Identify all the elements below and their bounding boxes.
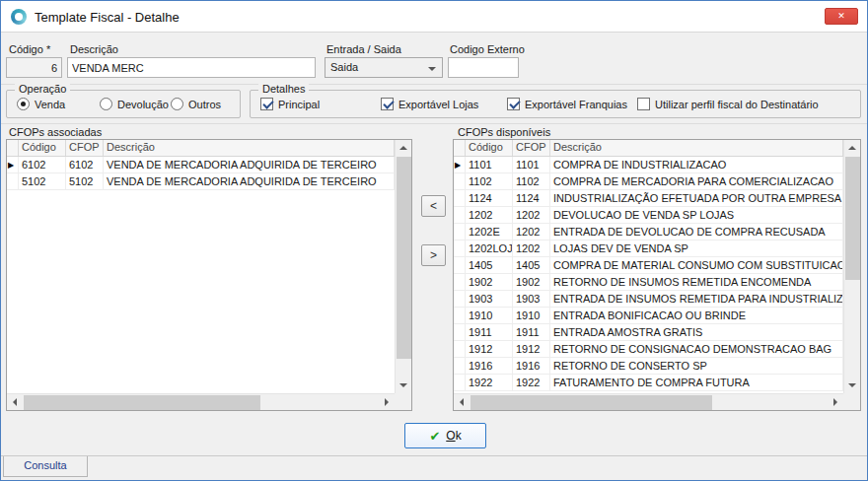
cell-cfop: 6102 xyxy=(66,157,104,172)
table-row[interactable]: 19121912RETORNO DE CONSIGNACAO DEMONSTRA… xyxy=(454,341,843,358)
vertical-scrollbar[interactable] xyxy=(843,140,860,393)
disponiveis-caption: CFOPs disponíveis xyxy=(458,126,550,138)
scroll-thumb[interactable] xyxy=(845,157,860,280)
scroll-thumb[interactable] xyxy=(470,395,712,410)
cell-cfop: 1912 xyxy=(513,341,550,357)
row-selector-cell xyxy=(454,308,466,323)
cell-descricao: RETORNO DE CONSIGNACAO DEMONSTRACAO BAG xyxy=(550,341,843,357)
horizontal-scrollbar[interactable] xyxy=(7,393,395,410)
table-row[interactable]: 14051405COMPRA DE MATERIAL CONSUMO COM S… xyxy=(454,257,843,274)
table-row[interactable]: ▶61026102VENDA DE MERCADORIA ADQUIRIDA D… xyxy=(7,157,395,173)
table-row[interactable]: 19021902RETORNO DE INSUMOS REMETIDA ENCO… xyxy=(454,274,843,291)
row-selector-cell xyxy=(454,173,466,189)
table-row[interactable]: 1202LOJ1202LOJAS DEV DE VENDA SP xyxy=(454,240,843,257)
header-descricao[interactable]: Descrição xyxy=(550,140,843,156)
disponiveis-header: Código CFOP Descrição xyxy=(454,140,843,157)
scroll-up-icon[interactable] xyxy=(396,140,411,156)
header-descricao[interactable]: Descrição xyxy=(104,140,395,156)
table-row[interactable]: 19161916RETORNO DE CONSERTO SP xyxy=(454,358,843,375)
move-left-button[interactable]: < xyxy=(421,195,446,217)
vertical-scrollbar[interactable] xyxy=(395,140,411,393)
scroll-down-icon[interactable] xyxy=(844,378,860,393)
radio-venda[interactable]: Venda xyxy=(17,98,65,110)
scrollbar-corner xyxy=(395,393,411,410)
detalhes-groupbox: Detalhes Principal Exportável Lojas Expo… xyxy=(250,90,861,118)
checkbox-exportavel-lojas[interactable]: Exportável Lojas xyxy=(381,98,478,110)
cell-cfop: 1101 xyxy=(513,157,550,172)
cell-codigo: 1202E xyxy=(466,224,513,240)
checkbox-exportavel-franquias[interactable]: Exportável Franquias xyxy=(507,98,627,110)
table-row[interactable]: 12021202DEVOLUCAO DE VENDA SP LOJAS xyxy=(454,207,843,224)
table-row[interactable]: ▶11011101COMPRA DE INDUSTRIALIZACAO xyxy=(454,157,843,173)
entrada-saida-combo[interactable]: Saida xyxy=(325,57,443,78)
header-codigo[interactable]: Código xyxy=(19,140,66,156)
cell-descricao: INDUSTRIALIZAÇÃO EFETUADA POR OUTRA EMPR… xyxy=(550,190,843,206)
checkbox-principal[interactable]: Principal xyxy=(260,98,320,110)
scroll-right-icon[interactable] xyxy=(379,394,395,410)
table-row[interactable]: 19101910ENTRADA BONIFICACAO OU BRINDE xyxy=(454,308,843,324)
scroll-right-icon[interactable] xyxy=(828,394,843,410)
header-cfop[interactable]: CFOP xyxy=(513,140,550,156)
radio-icon xyxy=(100,98,112,110)
radio-outros[interactable]: Outros xyxy=(171,98,221,110)
table-row[interactable]: 51025102VENDA DE MERCADORIA ADQUIRIDA DE… xyxy=(7,173,395,190)
row-selector-cell xyxy=(454,341,466,357)
codigo-label: Código * xyxy=(9,43,50,55)
codigo-field[interactable] xyxy=(6,57,62,78)
divider xyxy=(1,84,867,85)
row-selector-cell xyxy=(454,257,466,273)
cell-descricao: LOJAS DEV DE VENDA SP xyxy=(550,240,843,256)
checkbox-principal-label: Principal xyxy=(278,99,320,110)
table-row[interactable]: 11021102COMPRA DE MERCADORIA PARA COMERC… xyxy=(454,173,843,190)
radio-devolucao[interactable]: Devolução xyxy=(100,98,169,110)
header-codigo[interactable]: Código xyxy=(466,140,513,156)
cell-cfop: 1903 xyxy=(513,291,550,307)
table-row[interactable]: 19031903ENTRADA DE INSUMOS REMETIDA PARA… xyxy=(454,291,843,308)
app-icon xyxy=(11,9,27,25)
row-selector-cell xyxy=(454,274,466,290)
scroll-down-icon[interactable] xyxy=(396,378,411,393)
descricao-field[interactable] xyxy=(67,57,316,78)
codigo-externo-label: Codigo Externo xyxy=(450,43,525,55)
header-cfop[interactable]: CFOP xyxy=(66,140,104,156)
move-right-button[interactable]: > xyxy=(421,244,446,266)
cell-codigo: 1124 xyxy=(466,190,513,206)
checkbox-icon xyxy=(381,98,394,110)
scroll-thumb[interactable] xyxy=(397,157,411,359)
tab-consulta[interactable]: Consulta xyxy=(3,456,88,477)
scroll-up-icon[interactable] xyxy=(844,140,860,156)
row-selector-cell: ▶ xyxy=(454,157,466,172)
checkbox-exportavel-franquias-label: Exportável Franquias xyxy=(525,99,627,110)
table-row[interactable]: 11241124INDUSTRIALIZAÇÃO EFETUADA POR OU… xyxy=(454,190,843,207)
cell-descricao: COMPRA DE MERCADORIA PARA COMERCIALIZACA… xyxy=(550,173,843,189)
table-row[interactable]: 19111911ENTRADA AMOSTRA GRATIS xyxy=(454,324,843,341)
cell-codigo: 1903 xyxy=(466,291,513,307)
cell-cfop: 1922 xyxy=(513,375,550,390)
row-selector-cell xyxy=(454,375,466,390)
scroll-left-icon[interactable] xyxy=(7,394,23,410)
cell-codigo: 6102 xyxy=(19,157,66,172)
checkbox-perfil-fiscal[interactable]: Utilizar perfil fiscal do Destinatário xyxy=(637,98,819,110)
disponiveis-body: ▶11011101COMPRA DE INDUSTRIALIZACAO11021… xyxy=(454,157,843,393)
cell-codigo: 1902 xyxy=(466,274,513,290)
cell-cfop: 1911 xyxy=(513,324,550,340)
table-row[interactable]: 1202E1202ENTRADA DE DEVOLUCAO DE COMPRA … xyxy=(454,224,843,240)
cell-cfop: 1902 xyxy=(513,274,550,290)
ok-button[interactable]: ✔ Ok xyxy=(404,423,486,448)
cell-descricao: RETORNO DE CONSERTO SP xyxy=(550,358,843,374)
radio-devolucao-label: Devolução xyxy=(117,99,169,110)
horizontal-scrollbar[interactable] xyxy=(454,393,843,410)
row-selector-cell: ▶ xyxy=(7,157,19,172)
checkbox-icon xyxy=(637,98,650,110)
checkbox-exportavel-lojas-label: Exportável Lojas xyxy=(398,99,478,110)
cell-codigo: 1910 xyxy=(466,308,513,323)
cell-descricao: FATURAMENTO DE COMPRA FUTURA xyxy=(550,375,843,390)
codigo-externo-field[interactable] xyxy=(448,57,519,78)
scroll-left-icon[interactable] xyxy=(454,394,470,410)
close-button[interactable]: ✕ xyxy=(825,8,858,25)
divider xyxy=(1,123,867,124)
table-row[interactable]: 19221922FATURAMENTO DE COMPRA FUTURA xyxy=(454,375,843,391)
cell-codigo: 1911 xyxy=(466,324,513,340)
scroll-thumb[interactable] xyxy=(24,395,260,410)
entrada-saida-value: Saida xyxy=(330,61,358,73)
